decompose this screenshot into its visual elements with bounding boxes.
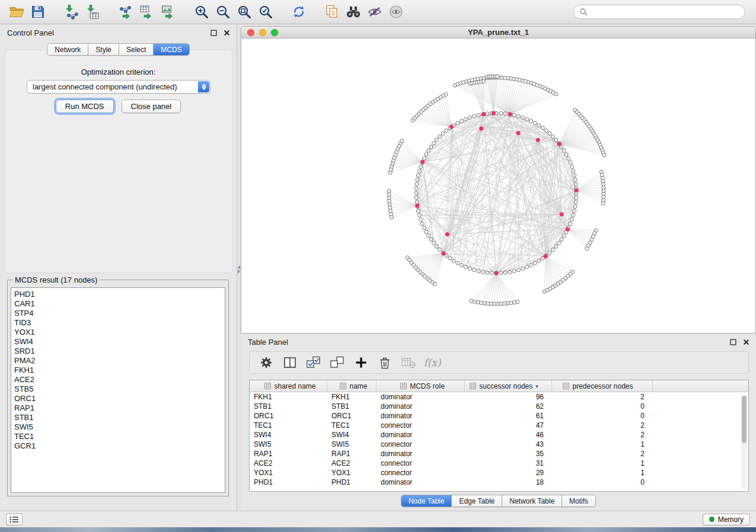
result-node-item[interactable]: STB1 <box>14 413 225 422</box>
table-cell[interactable]: TEC1 <box>250 421 327 430</box>
zoom-out-button[interactable] <box>212 2 234 21</box>
table-cell[interactable]: ACE2 <box>327 459 377 468</box>
zoom-fit-button[interactable] <box>234 2 255 21</box>
tab-edge-table[interactable]: Edge Table <box>452 495 502 507</box>
table-cell[interactable]: YOX1 <box>327 468 377 477</box>
table-cell[interactable]: 43 <box>465 440 552 449</box>
table-cell[interactable]: 61 <box>465 411 552 421</box>
table-cell[interactable]: TEC1 <box>327 421 377 430</box>
control-panel-float-button[interactable] <box>210 29 218 37</box>
export-network-button[interactable] <box>115 2 136 21</box>
table-cell[interactable]: FKH1 <box>250 392 327 402</box>
table-cell[interactable]: 96 <box>465 392 552 402</box>
export-image-button[interactable] <box>158 2 179 21</box>
result-node-item[interactable]: ACE2 <box>14 375 225 384</box>
tab-network-table[interactable]: Network Table <box>502 495 562 507</box>
column-header-name[interactable]: name <box>327 380 377 392</box>
table-cell[interactable]: SWI5 <box>250 440 327 449</box>
control-panel-close-button[interactable] <box>223 29 231 37</box>
table-cell[interactable]: FKH1 <box>327 392 377 402</box>
table-cell[interactable]: 1 <box>552 440 653 449</box>
table-row[interactable]: ORC1ORC1dominator610 <box>250 411 748 421</box>
table-cell[interactable]: 1 <box>552 468 653 477</box>
table-cell[interactable]: RAP1 <box>250 449 327 459</box>
result-node-item[interactable]: SWI4 <box>14 337 225 347</box>
table-row[interactable]: SWI4SWI4dominator462 <box>250 430 748 440</box>
result-node-item[interactable]: SRD1 <box>14 347 225 356</box>
table-row[interactable]: ACE2ACE2connector311 <box>250 459 748 468</box>
table-cell[interactable]: dominator <box>377 477 465 487</box>
function-builder-button[interactable]: f(x) <box>422 353 443 372</box>
memory-button[interactable]: Memory <box>703 514 750 525</box>
column-header-shared-name[interactable]: shared name <box>250 380 327 392</box>
table-cell[interactable]: ORC1 <box>327 411 377 421</box>
table-cell[interactable]: 2 <box>552 449 653 459</box>
tab-network[interactable]: Network <box>47 44 88 55</box>
table-row[interactable]: TEC1TEC1connector472 <box>250 421 748 430</box>
table-cell[interactable]: dominator <box>377 430 465 440</box>
table-cell[interactable]: 2 <box>552 421 653 430</box>
import-table-button[interactable] <box>82 2 103 21</box>
result-node-item[interactable]: GCR1 <box>14 441 225 451</box>
table-cell[interactable]: connector <box>377 440 465 449</box>
delete-column-button[interactable] <box>374 353 395 372</box>
table-cell[interactable]: STB1 <box>327 402 377 411</box>
tab-motifs[interactable]: Motifs <box>562 495 595 507</box>
table-cell[interactable]: dominator <box>377 449 465 459</box>
result-node-item[interactable]: TID3 <box>14 318 225 328</box>
table-cell[interactable]: SWI4 <box>250 430 327 440</box>
copy-view-button[interactable] <box>321 2 343 21</box>
result-node-item[interactable]: FKH1 <box>14 366 225 375</box>
search-input[interactable] <box>591 8 739 16</box>
table-row[interactable]: FKH1FKH1dominator962 <box>250 392 748 402</box>
result-node-item[interactable]: PMA2 <box>14 356 225 366</box>
table-cell[interactable]: STB1 <box>250 402 327 411</box>
table-cell[interactable]: 2 <box>552 430 653 440</box>
result-node-item[interactable]: CAR1 <box>14 299 225 309</box>
result-node-item[interactable]: STP4 <box>14 309 225 318</box>
deselect-all-columns-button[interactable] <box>327 353 348 372</box>
table-cell[interactable]: PHD1 <box>327 477 377 487</box>
table-cell[interactable]: 0 <box>552 402 653 411</box>
tab-mcds[interactable]: MCDS <box>154 44 189 55</box>
result-node-item[interactable]: YOX1 <box>14 328 225 337</box>
table-cell[interactable]: dominator <box>377 402 465 411</box>
table-row[interactable]: STB1STB1dominator620 <box>250 402 748 411</box>
table-scrollbar[interactable] <box>741 395 747 489</box>
task-history-button[interactable] <box>6 514 23 525</box>
refresh-layout-button[interactable] <box>288 2 310 21</box>
table-cell[interactable]: SWI4 <box>327 430 377 440</box>
table-cell[interactable]: 0 <box>552 477 653 487</box>
table-panel-close-button[interactable] <box>742 338 750 346</box>
column-header-successor-nodes[interactable]: successor nodes ▾ <box>465 380 552 392</box>
delete-table-button[interactable] <box>398 353 419 372</box>
close-panel-button[interactable]: Close panel <box>122 100 181 113</box>
table-cell[interactable]: 18 <box>465 477 552 487</box>
table-cell[interactable]: dominator <box>377 411 465 421</box>
table-cell[interactable]: SWI5 <box>327 440 377 449</box>
result-node-item[interactable]: RAP1 <box>14 403 225 413</box>
tab-style[interactable]: Style <box>88 44 119 55</box>
table-cell[interactable]: 2 <box>552 392 653 402</box>
show-graphics-details-button[interactable] <box>385 2 407 21</box>
criterion-dropdown[interactable]: largest connected component (undirected) <box>27 80 210 94</box>
result-node-item[interactable]: SWI5 <box>14 422 225 432</box>
tab-node-table[interactable]: Node Table <box>401 495 452 507</box>
import-network-button[interactable] <box>60 2 82 21</box>
table-scrollbar-thumb[interactable] <box>742 396 747 443</box>
mcds-result-list[interactable]: PHD1CAR1STP4TID3YOX1SWI4SRD1PMA2FKH1ACE2… <box>11 287 225 493</box>
network-view-canvas[interactable] <box>241 39 755 333</box>
open-session-button[interactable] <box>6 2 27 21</box>
table-cell[interactable]: ORC1 <box>250 411 327 421</box>
table-row[interactable]: SWI5SWI5connector431 <box>250 440 748 449</box>
result-node-item[interactable]: PHD1 <box>14 290 225 299</box>
column-header-mcds-role[interactable]: MCDS role <box>377 380 465 392</box>
zoom-selected-button[interactable] <box>255 2 276 21</box>
export-table-button[interactable] <box>136 2 158 21</box>
table-cell[interactable]: ACE2 <box>250 459 327 468</box>
run-mcds-button[interactable]: Run MCDS <box>56 100 114 113</box>
table-cell[interactable]: connector <box>377 459 465 468</box>
tab-select[interactable]: Select <box>119 44 154 55</box>
table-cell[interactable]: 62 <box>465 402 552 411</box>
table-row[interactable]: YOX1YOX1connector291 <box>250 468 748 477</box>
